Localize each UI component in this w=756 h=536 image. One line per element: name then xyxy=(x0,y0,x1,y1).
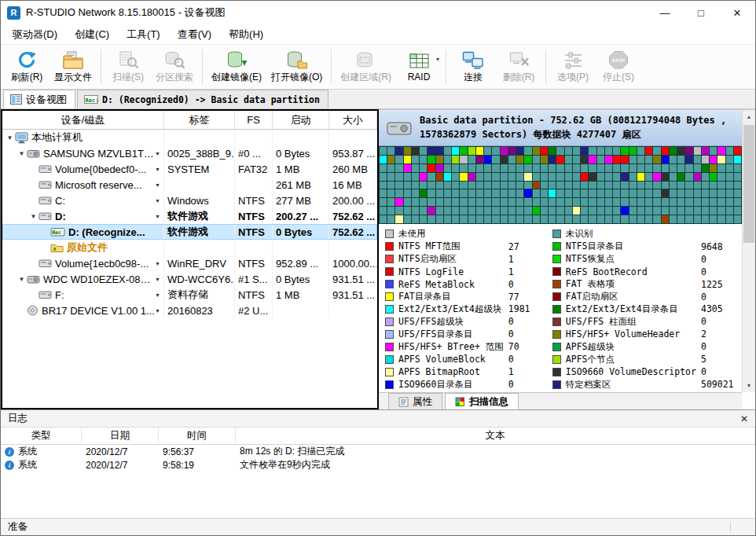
tree-row-6[interactable]: RecD: (Recognize...软件游戏NTFS0 Bytes752.62… xyxy=(2,224,377,240)
dropdown-arrow-icon[interactable]: ▾ xyxy=(436,56,439,63)
expander-icon[interactable]: ▼ xyxy=(28,213,39,220)
vertical-scrollbar[interactable]: ▲ ▼ xyxy=(742,110,755,392)
log-column-header-1[interactable]: 日期 xyxy=(82,428,159,444)
device-view-icon xyxy=(10,94,22,105)
scrollbar-track[interactable] xyxy=(743,123,755,379)
toolbar-refresh-button[interactable]: 刷新(R) xyxy=(4,46,50,88)
log-row-1[interactable]: i系统2020/12/79:58:19文件枚举在9秒内完成 xyxy=(1,458,755,472)
tree-row-0[interactable]: ▼本地计算机 xyxy=(2,130,377,145)
block-map-cell xyxy=(428,147,435,155)
block-map-cell xyxy=(573,156,580,163)
block-map-cell xyxy=(549,189,556,197)
combo-arrow-icon[interactable]: ▼ xyxy=(155,198,162,204)
tree-row-5[interactable]: ▼D:▼软件游戏NTFS200.27 ...752.62 ... xyxy=(2,208,377,224)
combo-arrow-icon[interactable]: ▼ xyxy=(155,261,162,266)
legend-count: 0 xyxy=(508,379,549,390)
block-map-cell xyxy=(710,215,717,223)
block-map-cell xyxy=(492,147,499,155)
block-map-cell xyxy=(717,198,725,206)
tree-row-9[interactable]: ▼WDC WD10EZEX-08W...▼WD-WCC6Y6...#1 S...… xyxy=(2,271,377,287)
toolbar-show-files-button[interactable]: 显示文件 xyxy=(50,46,97,88)
log-column-header-2[interactable]: 时间 xyxy=(159,428,236,444)
subtab-scan-info[interactable]: 扫描信息 xyxy=(445,393,519,409)
tree-row-8[interactable]: Volume{1ecb0c98-...▼WinRE_DRVNTFS952.89 … xyxy=(2,255,377,271)
toolbar-open-image-button[interactable]: 打开镜像(O) xyxy=(266,46,327,88)
tree-row-2[interactable]: Volume{0bedecf0-...▼SYSTEMFAT321 MB260 M… xyxy=(2,161,377,177)
maximize-button[interactable]: □ xyxy=(683,1,719,24)
block-map-cell xyxy=(734,207,741,215)
legend-item: NTFS LogFile1 xyxy=(385,266,549,278)
combo-arrow-icon[interactable]: ▼ xyxy=(155,214,162,219)
block-map-cell xyxy=(476,182,483,189)
fs-cell: #2 U... xyxy=(235,303,273,318)
combo-arrow-icon[interactable]: ▼ xyxy=(155,277,162,282)
menu-bar: 驱动器(D)创建(C)工具(T)查看(V)帮助(H) xyxy=(1,24,755,44)
tree-row-7[interactable]: R原始文件 xyxy=(2,240,377,255)
block-map-cell xyxy=(460,173,467,181)
tree-row-11[interactable]: BR17 DEVICE V1.00 1...▼20160823#2 U... xyxy=(2,303,377,318)
block-map-cell xyxy=(533,147,540,155)
legend-item: ReFS MetaBlock0 xyxy=(385,278,549,291)
block-map-cell xyxy=(717,207,725,215)
block-map-cell xyxy=(573,198,580,206)
block-map-cell xyxy=(436,198,443,206)
tab-device-view[interactable]: 设备视图 xyxy=(3,90,75,108)
tree-column-header-3[interactable]: 启动 xyxy=(273,111,329,129)
combo-arrow-icon[interactable]: ▼ xyxy=(155,151,162,156)
close-button[interactable]: ✕ xyxy=(719,1,755,24)
block-map-cell xyxy=(645,215,652,223)
block-map-cell xyxy=(662,215,669,223)
log-column-header-3[interactable]: 文本 xyxy=(236,428,755,444)
legend-left: 未使用NTFS MFT范围27NTFS启动扇区1NTFS LogFile1ReF… xyxy=(385,228,549,391)
block-map-cell xyxy=(717,147,725,155)
combo-arrow-icon[interactable]: ▼ xyxy=(155,308,162,314)
combo-arrow-icon[interactable]: ▼ xyxy=(155,182,162,188)
tree-column-header-2[interactable]: FS xyxy=(235,111,273,129)
block-map-cell xyxy=(556,182,563,189)
expander-icon[interactable]: ▼ xyxy=(5,134,15,141)
toolbar-connect-button[interactable]: 连接 xyxy=(450,46,496,88)
log-row-0[interactable]: i系统2020/12/79:56:378m 12s 的 D: 扫描已完成 xyxy=(1,445,755,458)
create-image-icon xyxy=(226,50,248,70)
tree-row-name-cell: ▼WDC WD10EZEX-08W...▼ xyxy=(2,271,164,287)
tree-row-3[interactable]: Microsoft reserve...▼261 MB16 MB xyxy=(2,177,377,193)
menu-item-3[interactable]: 查看(V) xyxy=(169,25,220,44)
block-map-cell xyxy=(597,189,604,197)
boot-cell: 1 MB xyxy=(273,161,329,177)
scrollbar-thumb[interactable] xyxy=(743,125,754,243)
minimize-button[interactable]: — xyxy=(647,1,683,24)
block-map[interactable] xyxy=(379,146,742,224)
block-map-cell xyxy=(484,207,491,215)
device-name: Volume{1ecb0c98-... xyxy=(55,258,149,270)
combo-arrow-icon[interactable]: ▼ xyxy=(155,167,162,172)
block-map-cell xyxy=(702,147,709,155)
expander-icon[interactable]: ▼ xyxy=(17,150,27,157)
tree-row-1[interactable]: ▼SAMSUNG MZVLB1T0...▼0025_388B_9...#0 ..… xyxy=(2,145,377,161)
menu-item-1[interactable]: 创建(C) xyxy=(66,25,118,44)
subtab-properties[interactable]: 属性 xyxy=(388,393,442,409)
menu-item-4[interactable]: 帮助(H) xyxy=(220,25,272,44)
tree-column-header-1[interactable]: 标签 xyxy=(164,111,235,129)
tree-row-4[interactable]: C:▼WindowsNTFS277 MB200.00 ... xyxy=(2,193,377,208)
block-map-cell xyxy=(597,156,604,163)
combo-arrow-icon[interactable]: ▼ xyxy=(155,292,162,298)
toolbar-create-image-button[interactable]: 创建镜像(E) xyxy=(207,46,266,88)
tree-row-10[interactable]: F:▼资料存储NTFS1 MB931.51 ... xyxy=(2,287,377,303)
expander-icon[interactable]: ▼ xyxy=(17,276,27,283)
scroll-down-icon[interactable]: ▼ xyxy=(743,379,755,392)
log-column-header-0[interactable]: 类型 xyxy=(1,428,82,444)
log-body: i系统2020/12/79:56:378m 12s 的 D: 扫描已完成i系统2… xyxy=(1,445,755,518)
menu-item-2[interactable]: 工具(T) xyxy=(118,25,169,44)
log-close-icon[interactable]: ✕ xyxy=(740,413,748,424)
block-map-cell xyxy=(734,173,741,181)
block-map-cell xyxy=(710,207,717,215)
scroll-up-icon[interactable]: ▲ xyxy=(743,110,755,123)
block-map-cell xyxy=(734,182,741,189)
tree-column-header-0[interactable]: 设备/磁盘 xyxy=(2,111,164,129)
device-name: D: xyxy=(55,211,66,222)
legend-swatch xyxy=(552,292,561,301)
tree-column-header-4[interactable]: 大小 xyxy=(329,111,377,129)
menu-item-0[interactable]: 驱动器(D) xyxy=(4,25,66,44)
toolbar-raid-button[interactable]: ▾RAID xyxy=(396,46,442,88)
tab-scan-result[interactable]: Rec:D: (Recognized0) -> Basic data parti… xyxy=(77,90,328,108)
